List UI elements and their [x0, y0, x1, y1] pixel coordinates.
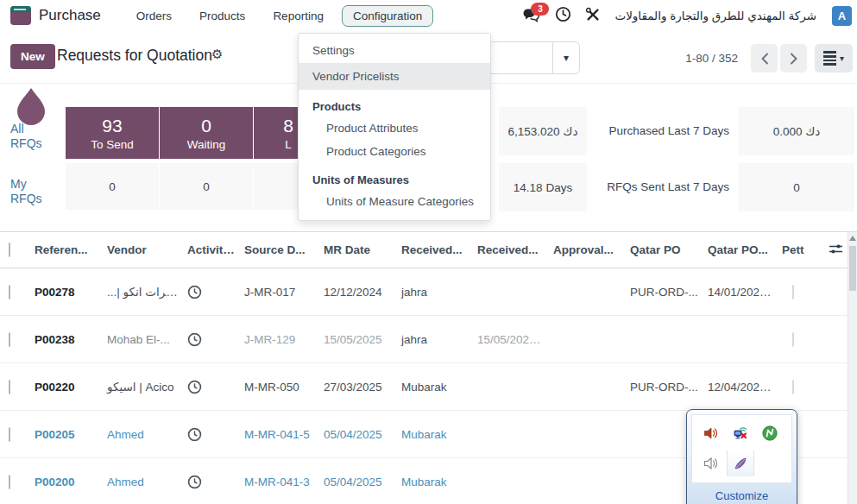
activity-clock-icon[interactable]	[179, 285, 236, 299]
new-button[interactable]: New	[10, 44, 55, 69]
menu-products[interactable]: Products	[190, 5, 255, 27]
activity-clock-icon[interactable]	[179, 427, 236, 442]
table-row[interactable]: P00220 اسيكو | Acico M-MR-050 27/03/2025…	[0, 363, 857, 411]
col-activities[interactable]: Activiti...	[179, 243, 236, 256]
activity-clock-icon[interactable]	[179, 332, 236, 347]
scroll-up-arrow-icon[interactable]	[849, 236, 856, 241]
menu-vendor-pricelists[interactable]: Vendor Pricelists	[299, 63, 490, 90]
my-rfqs-filter[interactable]: My RFQs	[10, 177, 54, 206]
menu-configuration[interactable]: Configuration	[342, 5, 433, 27]
card-my-waiting[interactable]: 0	[160, 163, 253, 210]
row-checkbox[interactable]	[9, 332, 10, 347]
card-my-to-send[interactable]: 0	[66, 163, 159, 210]
col-received-by[interactable]: Received...	[393, 243, 469, 256]
scrollbar-thumb[interactable]	[849, 246, 856, 291]
col-approval[interactable]: Approval...	[545, 243, 621, 256]
volume-red-icon[interactable]	[698, 420, 724, 446]
qatar-po-date-cell: 14/01/2025...	[699, 286, 773, 299]
menu-uom-categories[interactable]: Units of Measure Categories	[299, 190, 490, 213]
user-avatar[interactable]: A	[832, 6, 852, 26]
systray: 3 شركة المهندي للطرق والتجارة والمقاولات…	[522, 6, 852, 26]
col-reference[interactable]: Referen...	[26, 243, 98, 256]
reference-cell: P00205	[26, 428, 98, 441]
col-received-date[interactable]: Received...	[469, 243, 545, 256]
col-mr-date[interactable]: MR Date	[315, 243, 393, 256]
search-caret-icon[interactable]: ▾	[552, 42, 579, 73]
col-pett[interactable]: Pett	[773, 243, 857, 256]
source-cell: J-MR-017	[236, 286, 315, 299]
messages-button[interactable]: 3	[522, 8, 541, 23]
tray-customize-link[interactable]: Customize	[687, 489, 797, 502]
received-by-cell: Mubarak	[393, 428, 469, 441]
vendor-cell: ...| مختبرات انكو	[98, 285, 179, 299]
my-waiting-count: 0	[203, 180, 210, 193]
card-to-send[interactable]: 93 To Send	[66, 107, 159, 159]
view-switcher-caret-icon: ▾	[840, 54, 844, 63]
section-products: Products	[299, 90, 490, 117]
rfqs-sent-last7-card[interactable]: 0	[739, 163, 854, 211]
table-row[interactable]: P00278 ...| مختبرات انكو J-MR-017 12/12/…	[0, 268, 857, 316]
row-checkbox[interactable]	[9, 475, 10, 489]
pett-checkbox[interactable]	[792, 285, 794, 299]
menu-reporting[interactable]: Reporting	[263, 5, 333, 27]
col-source[interactable]: Source D...	[236, 243, 315, 256]
reference-cell: P00238	[26, 333, 98, 346]
list-header: Referen... Vendor Activiti... Source D..…	[0, 231, 857, 268]
network-disconnected-icon[interactable]	[728, 420, 753, 446]
table-row[interactable]: P00238 Mohab El-... J-MR-129 15/05/2025 …	[0, 316, 857, 363]
received-by-cell: Mubarak	[393, 381, 469, 394]
waiting-count: 0	[201, 116, 211, 136]
view-gear-icon[interactable]: ⚙	[211, 47, 223, 62]
system-tray-popup: Customize	[686, 409, 797, 504]
col-qatar-po-date[interactable]: Qatar PO...	[699, 243, 773, 256]
green-n-icon[interactable]	[757, 420, 783, 446]
pager-previous-button[interactable]	[751, 44, 778, 72]
section-units-of-measures: Units of Measures	[299, 163, 490, 190]
card-waiting[interactable]: 0 Waiting	[160, 107, 253, 159]
mr-date-cell: 27/03/2025	[315, 381, 393, 394]
activity-clock-icon[interactable]	[179, 380, 236, 394]
menu-settings[interactable]: Settings	[299, 38, 490, 63]
volume-outline-icon[interactable]	[698, 450, 724, 476]
to-send-count: 93	[102, 116, 122, 136]
received-date-cell: 15/05/2025...	[469, 333, 545, 346]
row-checkbox[interactable]	[9, 285, 10, 299]
pett-checkbox[interactable]	[792, 332, 794, 347]
feather-icon[interactable]	[727, 450, 754, 476]
waiting-label: Waiting	[187, 138, 226, 151]
purchased-last7-card[interactable]: 0.000 دك	[739, 107, 854, 155]
activity-clock-icon[interactable]	[179, 475, 236, 489]
all-rfqs-filter[interactable]: All RFQs	[10, 122, 54, 151]
menu-orders[interactable]: Orders	[127, 5, 181, 27]
message-count-badge: 3	[531, 3, 549, 16]
reference-cell: P00220	[26, 381, 98, 394]
menu-product-categories[interactable]: Product Categories	[299, 140, 490, 163]
pager-next-button[interactable]	[780, 44, 807, 72]
app-title[interactable]: Purchase	[39, 7, 101, 24]
vendor-cell: Ahmed	[98, 428, 179, 441]
select-all-checkbox[interactable]	[9, 243, 10, 257]
pager: 1-80 / 352 ▾	[685, 44, 853, 72]
optional-columns-icon[interactable]	[829, 243, 843, 258]
menu-product-attributes[interactable]: Product Attributes	[299, 117, 490, 140]
vendor-cell: Mohab El-...	[98, 333, 179, 346]
source-cell: J-MR-129	[236, 333, 315, 346]
col-vendor[interactable]: Vendor	[98, 243, 179, 256]
row-checkbox[interactable]	[9, 380, 10, 394]
purchase-app-icon[interactable]	[10, 6, 31, 25]
activities-clock-icon[interactable]	[555, 6, 571, 25]
col-qatar-po[interactable]: Qatar PO	[621, 243, 699, 256]
pett-checkbox[interactable]	[792, 380, 794, 394]
lead-time-card[interactable]: 14.18 Days	[499, 163, 587, 211]
reference-cell: P00200	[26, 476, 98, 488]
qatar-po-cell: PUR-ORD-...	[621, 381, 699, 394]
source-cell: M-MR-041-3	[236, 476, 315, 488]
mr-date-cell: 12/12/2024	[315, 286, 393, 299]
tools-icon[interactable]	[585, 7, 601, 25]
view-switcher-button[interactable]: ▾	[815, 44, 853, 72]
company-name[interactable]: شركة المهندي للطرق والتجارة والمقاولات	[614, 9, 816, 22]
vertical-scrollbar[interactable]	[848, 232, 857, 504]
row-checkbox[interactable]	[9, 427, 10, 442]
late-label: L	[285, 138, 292, 151]
total-purchased-card[interactable]: 6,153.020 دك	[499, 107, 587, 155]
